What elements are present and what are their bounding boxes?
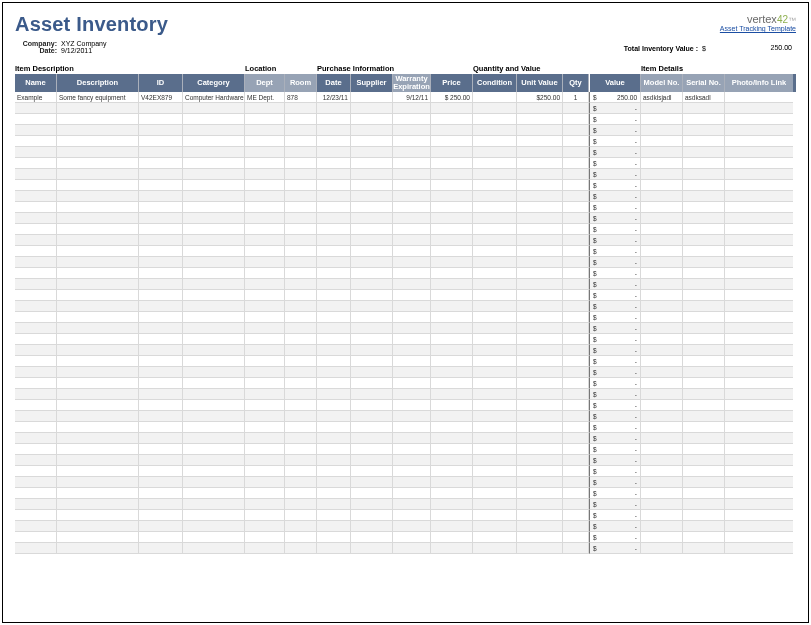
cell[interactable] <box>725 301 793 312</box>
cell[interactable] <box>351 466 393 477</box>
cell[interactable] <box>393 147 431 158</box>
cell[interactable] <box>473 444 517 455</box>
cell[interactable] <box>57 543 139 554</box>
cell[interactable] <box>473 466 517 477</box>
cell[interactable] <box>317 312 351 323</box>
cell[interactable] <box>641 213 683 224</box>
cell[interactable] <box>285 477 317 488</box>
cell[interactable] <box>15 411 57 422</box>
cell[interactable] <box>245 532 285 543</box>
cell[interactable] <box>473 400 517 411</box>
cell[interactable] <box>641 290 683 301</box>
cell[interactable] <box>139 345 183 356</box>
cell[interactable] <box>317 433 351 444</box>
cell[interactable] <box>15 103 57 114</box>
cell[interactable] <box>139 466 183 477</box>
cell[interactable] <box>431 334 473 345</box>
cell[interactable] <box>139 356 183 367</box>
cell[interactable] <box>563 400 589 411</box>
cell[interactable] <box>15 136 57 147</box>
cell[interactable] <box>317 356 351 367</box>
cell[interactable] <box>393 202 431 213</box>
cell[interactable] <box>393 114 431 125</box>
cell[interactable] <box>57 180 139 191</box>
cell[interactable] <box>139 521 183 532</box>
cell[interactable] <box>317 235 351 246</box>
cell[interactable] <box>683 455 725 466</box>
cell[interactable] <box>285 136 317 147</box>
cell[interactable] <box>431 257 473 268</box>
cell[interactable] <box>57 191 139 202</box>
cell[interactable] <box>517 136 563 147</box>
cell-value[interactable]: $- <box>589 334 641 345</box>
cell[interactable] <box>245 191 285 202</box>
cell[interactable] <box>393 422 431 433</box>
cell-value[interactable]: $- <box>589 125 641 136</box>
cell[interactable] <box>285 488 317 499</box>
cell[interactable] <box>683 389 725 400</box>
cell[interactable] <box>139 136 183 147</box>
cell[interactable] <box>245 224 285 235</box>
cell[interactable] <box>285 444 317 455</box>
cell[interactable] <box>563 191 589 202</box>
cell[interactable] <box>57 488 139 499</box>
cell[interactable] <box>393 532 431 543</box>
cell[interactable] <box>517 257 563 268</box>
cell[interactable] <box>517 147 563 158</box>
cell[interactable] <box>563 213 589 224</box>
cell[interactable] <box>517 191 563 202</box>
cell[interactable] <box>285 334 317 345</box>
cell[interactable] <box>517 477 563 488</box>
cell[interactable] <box>57 477 139 488</box>
cell-value[interactable]: $- <box>589 367 641 378</box>
cell[interactable] <box>317 301 351 312</box>
cell[interactable] <box>683 279 725 290</box>
cell[interactable] <box>317 136 351 147</box>
cell[interactable] <box>57 312 139 323</box>
cell[interactable] <box>431 147 473 158</box>
cell[interactable] <box>393 180 431 191</box>
cell[interactable] <box>317 477 351 488</box>
cell-value[interactable]: $- <box>589 433 641 444</box>
cell[interactable] <box>683 312 725 323</box>
cell[interactable] <box>517 103 563 114</box>
cell[interactable] <box>57 301 139 312</box>
cell[interactable] <box>183 202 245 213</box>
cell-value[interactable]: $- <box>589 136 641 147</box>
cell[interactable] <box>725 103 793 114</box>
cell[interactable] <box>393 136 431 147</box>
cell[interactable] <box>139 543 183 554</box>
cell[interactable] <box>393 323 431 334</box>
cell[interactable] <box>641 356 683 367</box>
cell[interactable] <box>563 147 589 158</box>
cell-value[interactable]: $- <box>589 235 641 246</box>
cell[interactable] <box>351 411 393 422</box>
cell[interactable] <box>683 422 725 433</box>
cell[interactable] <box>139 290 183 301</box>
cell[interactable] <box>351 290 393 301</box>
cell[interactable] <box>431 444 473 455</box>
cell[interactable] <box>725 224 793 235</box>
cell[interactable] <box>563 246 589 257</box>
cell[interactable] <box>285 191 317 202</box>
cell-value[interactable]: $- <box>589 202 641 213</box>
cell[interactable] <box>183 466 245 477</box>
cell[interactable] <box>57 422 139 433</box>
cell-value[interactable]: $250.00 <box>589 92 641 103</box>
cell[interactable] <box>317 246 351 257</box>
cell[interactable] <box>431 378 473 389</box>
cell[interactable] <box>245 367 285 378</box>
cell[interactable] <box>57 433 139 444</box>
cell[interactable] <box>683 147 725 158</box>
cell[interactable] <box>351 488 393 499</box>
cell[interactable] <box>393 455 431 466</box>
cell[interactable] <box>245 268 285 279</box>
cell[interactable] <box>431 411 473 422</box>
cell[interactable] <box>431 433 473 444</box>
cell[interactable] <box>15 444 57 455</box>
cell[interactable] <box>431 290 473 301</box>
cell[interactable] <box>641 499 683 510</box>
cell[interactable] <box>139 235 183 246</box>
cell[interactable] <box>725 92 793 103</box>
cell[interactable] <box>139 246 183 257</box>
